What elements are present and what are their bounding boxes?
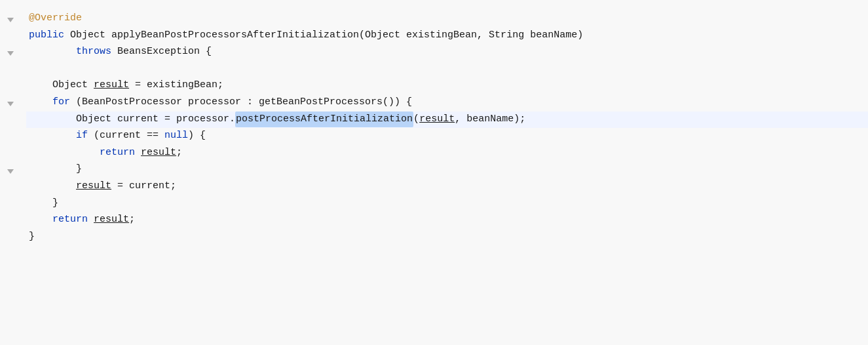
arrow-down-icon: [7, 102, 14, 106]
gutter-marker: [0, 146, 21, 163]
code-token: if: [76, 128, 88, 144]
code-token: (: [413, 112, 419, 127]
code-token: = current;: [111, 178, 176, 194]
code-token: ;: [176, 145, 182, 161]
code-token: (current ==: [88, 128, 164, 144]
code-token: BeansException {: [111, 44, 212, 60]
gutter-marker: [0, 96, 21, 113]
code-token: }: [29, 195, 58, 211]
code-line: return result;: [26, 212, 868, 229]
arrow-down-icon: [7, 51, 14, 56]
code-token: = existingBean;: [129, 77, 223, 93]
gutter-marker: [0, 12, 21, 29]
code-token: }: [29, 161, 82, 177]
code-line: }: [26, 195, 868, 213]
arrow-down-icon: [7, 169, 14, 174]
code-line: public Object applyBeanPostProcessorsAft…: [26, 28, 868, 45]
code-token: result: [141, 145, 176, 161]
code-token: [29, 212, 52, 228]
code-token: @Override: [29, 10, 82, 26]
code-token: return: [52, 212, 88, 228]
code-line: @Override: [26, 10, 868, 28]
gutter: [0, 10, 21, 335]
code-token: result: [94, 77, 129, 93]
gutter-marker: [0, 29, 21, 46]
gutter-marker: [0, 79, 21, 96]
code-token: [88, 212, 94, 228]
arrow-down-icon: [7, 18, 14, 22]
code-token: [29, 94, 52, 110]
gutter-marker: [0, 230, 21, 247]
gutter-marker: [0, 113, 21, 130]
gutter-marker: [0, 62, 21, 79]
code-line: Object current = processor.postProcessAf…: [26, 112, 868, 129]
code-token: (BeanPostProcessor processor : getBeanPo…: [70, 94, 412, 110]
code-token: null: [164, 128, 188, 144]
code-token: ) {: [188, 128, 206, 144]
code-token: postProcessAfterInitialization: [235, 112, 413, 127]
code-token: result: [76, 178, 111, 194]
gutter-marker: [0, 180, 21, 197]
gutter-marker: [0, 213, 21, 230]
code-token: [29, 145, 100, 161]
code-token: throws: [29, 44, 111, 60]
code-token: }: [29, 229, 35, 245]
code-line: result = current;: [26, 178, 868, 195]
code-line: }: [26, 229, 868, 246]
code-token: Object applyBeanPostProcessorsAfterIniti…: [64, 28, 583, 43]
code-line: return result;: [26, 145, 868, 162]
code-line: }: [26, 161, 868, 178]
code-token: result: [94, 212, 129, 228]
gutter-marker: [0, 163, 21, 180]
code-token: [29, 128, 76, 144]
code-line: Object result = existingBean;: [26, 77, 868, 94]
code-token: return: [100, 145, 135, 161]
code-content: @Overridepublic Object applyBeanPostProc…: [21, 10, 868, 335]
code-line: [26, 61, 868, 78]
gutter-marker: [0, 197, 21, 214]
code-token: [29, 178, 76, 194]
code-token: , beanName);: [455, 112, 525, 127]
code-token: Object current = processor.: [29, 112, 235, 127]
code-line: if (current == null) {: [26, 128, 868, 145]
code-token: [135, 145, 141, 161]
code-token: public: [29, 28, 64, 43]
code-line: throws BeansException {: [26, 44, 868, 61]
gutter-marker: [0, 45, 21, 62]
code-token: Object: [29, 77, 94, 93]
gutter-marker: [0, 129, 21, 146]
code-token: result: [419, 112, 455, 127]
code-token: for: [52, 94, 70, 110]
code-editor: @Overridepublic Object applyBeanPostProc…: [0, 0, 868, 345]
code-token: ;: [129, 212, 135, 228]
code-line: for (BeanPostProcessor processor : getBe…: [26, 94, 868, 112]
